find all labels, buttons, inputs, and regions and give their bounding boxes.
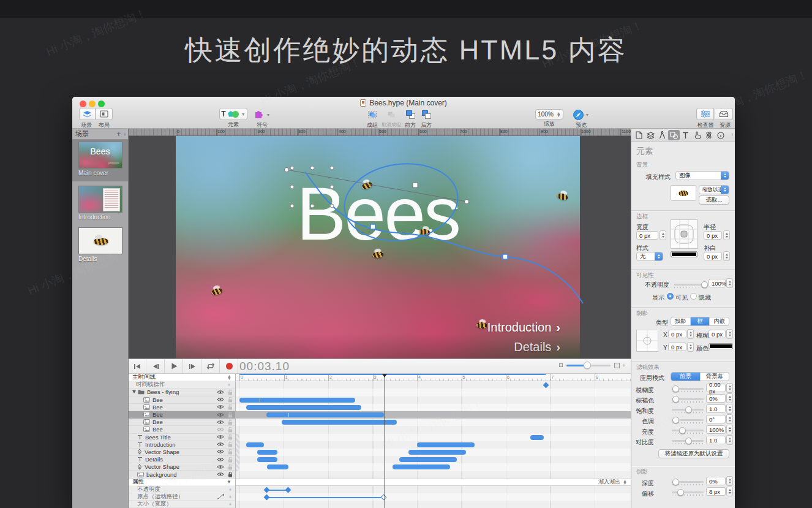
timeline-track[interactable]	[236, 434, 631, 441]
animation-bar[interactable]	[239, 398, 355, 403]
timeline-track[interactable]	[236, 396, 631, 404]
filter-value[interactable]: 0%	[706, 394, 726, 403]
panel-grip-icon[interactable]: ⁞	[731, 132, 733, 138]
timeline-track-area[interactable]: 012345678渐入渐出▲▼	[236, 374, 631, 508]
bee-element[interactable]	[370, 248, 386, 259]
filter-slider-knob[interactable]	[679, 427, 686, 434]
shadow-type-内嵌[interactable]: 内嵌	[710, 317, 729, 325]
animation-bar[interactable]	[408, 450, 466, 455]
timeline-track[interactable]	[236, 471, 631, 479]
border-color-well[interactable]	[671, 251, 697, 257]
filter-value[interactable]: 1.0	[706, 436, 726, 444]
layer-lock-toggle[interactable]	[228, 389, 233, 395]
border-sides-widget[interactable]	[671, 219, 697, 249]
timeline-track[interactable]	[236, 441, 631, 449]
choose-image-button[interactable]: 选取...	[699, 195, 729, 205]
opacity-slider-knob[interactable]	[701, 281, 708, 288]
panel-grip-icon[interactable]: ⁞	[623, 362, 625, 368]
tab-text[interactable]	[680, 130, 691, 140]
timeline-layer-bees-flying[interactable]: Bees - flying	[129, 389, 235, 396]
send-back-toolbar-button[interactable]	[419, 109, 434, 120]
layer-visibility-toggle[interactable]	[217, 457, 224, 462]
timeline-layer-bee[interactable]: Bee	[129, 411, 235, 419]
layer-lock-toggle[interactable]	[228, 419, 233, 425]
panel-grip-icon[interactable]: ⁞	[124, 131, 125, 137]
layer-visibility-toggle[interactable]	[217, 390, 224, 395]
play-button[interactable]	[165, 359, 183, 373]
shadow-blur-field[interactable]: 0 px	[709, 330, 726, 338]
layer-lock-toggle[interactable]	[228, 441, 233, 447]
canvas-pasteboard[interactable]: 010020030040050060070080090010001100 Bee…	[129, 129, 631, 358]
timeline-layer-bee[interactable]: Bee	[129, 404, 235, 411]
reflection-value[interactable]: 8 px	[706, 487, 726, 496]
zoom-level-control[interactable]: 100% ▲▼	[535, 109, 563, 119]
filter-mode-segmented[interactable]: 前景背景幕	[671, 372, 729, 381]
tab-document[interactable]	[633, 130, 645, 140]
add-scene-button[interactable]: +	[116, 129, 121, 138]
layer-visibility-toggle[interactable]	[217, 404, 224, 409]
shadow-color-well[interactable]	[709, 343, 733, 349]
loop-playback-button[interactable]	[202, 359, 220, 373]
canvas-bees-title[interactable]: Bees	[176, 176, 580, 251]
shadow-blur-stepper[interactable]	[726, 329, 733, 339]
step-forward-button[interactable]	[184, 359, 201, 373]
shadow-direction-widget[interactable]	[636, 330, 658, 352]
ease-stepper[interactable]: ▲▼	[623, 480, 627, 485]
animation-bar[interactable]	[266, 412, 384, 417]
timeline-layer-vector-shape[interactable]: Vector Shape	[129, 463, 235, 471]
timeline-track[interactable]	[236, 426, 631, 433]
layer-lock-toggle[interactable]	[228, 404, 233, 410]
tab-identity[interactable]	[715, 130, 726, 140]
symbols-toolbar-button[interactable]: ▼	[251, 109, 273, 120]
filter-value[interactable]: 0.00 px	[706, 384, 726, 392]
filter-slider-knob[interactable]	[672, 396, 679, 403]
border-padding-field[interactable]: 0 px	[704, 252, 722, 260]
keyframe-diamond[interactable]	[264, 494, 270, 500]
elements-toolbar-button[interactable]: T ▼	[219, 108, 247, 120]
animation-bar[interactable]	[257, 450, 277, 455]
timeline-layer-introduction[interactable]: Introduction	[129, 441, 235, 449]
layer-lock-toggle[interactable]	[228, 457, 233, 463]
layer-visibility-toggle[interactable]	[217, 442, 224, 447]
filter-slider[interactable]	[672, 440, 704, 442]
add-keyframe-button[interactable]: ＋	[228, 493, 233, 500]
add-keyframe-button[interactable]: ＋	[228, 486, 233, 493]
filter-stepper[interactable]	[726, 414, 733, 424]
filter-slider[interactable]	[672, 388, 704, 390]
timeline-track[interactable]	[236, 456, 631, 463]
keyframe-diamond[interactable]	[264, 487, 270, 493]
animation-bar[interactable]	[399, 457, 457, 462]
step-back-button[interactable]	[147, 359, 165, 373]
canvas-link-introduction[interactable]: Introduction›	[487, 320, 560, 335]
scene-canvas[interactable]: Bees Introduction› Details›	[176, 136, 580, 358]
filter-slider-knob[interactable]	[685, 438, 692, 444]
border-radius-stepper[interactable]	[723, 230, 730, 240]
image-scale-select[interactable]: 缩放以适合	[699, 185, 729, 194]
layer-visibility-toggle[interactable]	[217, 427, 224, 432]
scenes-toolbar-button[interactable]	[79, 108, 96, 120]
timeline-actions-track[interactable]	[236, 381, 631, 389]
layer-visibility-toggle[interactable]	[217, 420, 224, 425]
filter-slider[interactable]	[672, 398, 704, 400]
border-radius-field[interactable]: 0 px	[704, 231, 722, 240]
scene-item-introduction[interactable]: Introduction	[72, 184, 128, 226]
layer-visibility-toggle[interactable]	[217, 434, 224, 439]
timeline-property-track[interactable]	[236, 486, 631, 493]
add-keyframe-button[interactable]: ＋	[228, 501, 233, 507]
reflection-stepper[interactable]	[726, 487, 733, 496]
timeline-layer-details[interactable]: Details	[129, 456, 235, 463]
shadow-x-stepper[interactable]	[687, 329, 694, 339]
timeline-layer-bee[interactable]: Bee	[129, 426, 235, 433]
group-toolbar-button[interactable]	[364, 109, 380, 120]
filter-slider-knob[interactable]	[672, 385, 679, 392]
layer-lock-toggle[interactable]	[228, 434, 233, 440]
timeline-ruler[interactable]: 012345678	[236, 374, 631, 381]
border-style-select[interactable]: 无	[636, 252, 663, 261]
shadow-type-框[interactable]: 框	[691, 317, 710, 325]
filter-value[interactable]: 1.0	[706, 404, 726, 413]
filter-slider[interactable]	[672, 419, 704, 421]
timeline-zoom-track[interactable]	[566, 365, 611, 366]
shadow-y-field[interactable]: 0 px	[668, 343, 686, 351]
fill-style-select[interactable]: 图像	[675, 171, 729, 180]
animation-bar[interactable]	[257, 457, 277, 462]
